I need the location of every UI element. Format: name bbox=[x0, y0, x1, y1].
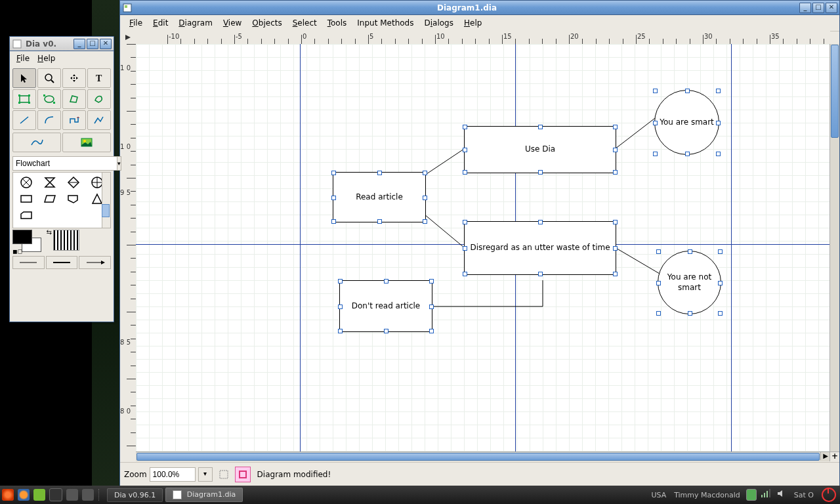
toolbox-maximize-button[interactable]: □ bbox=[87, 39, 98, 49]
menu-help[interactable]: Help bbox=[459, 16, 487, 30]
reset-colors-icon[interactable]: ◼◻ bbox=[12, 248, 22, 255]
close-button[interactable]: ✕ bbox=[826, 3, 837, 13]
menu-select[interactable]: Select bbox=[287, 16, 322, 30]
maximize-button[interactable]: □ bbox=[812, 3, 824, 13]
shape-summing[interactable] bbox=[16, 175, 37, 190]
shape-sort[interactable] bbox=[63, 175, 85, 190]
minimize-button[interactable]: _ bbox=[799, 3, 811, 13]
ruler-horizontal[interactable]: -10-505101520253035 bbox=[136, 31, 830, 45]
tool-line[interactable] bbox=[12, 110, 36, 130]
svg-rect-11 bbox=[28, 94, 30, 96]
battery-icon[interactable] bbox=[746, 489, 757, 501]
toolbox-window: Dia v0. _ □ ✕ File Help T ▾ bbox=[9, 36, 114, 322]
terminal-icon[interactable] bbox=[49, 488, 62, 501]
zoom-label: Zoom bbox=[124, 470, 147, 479]
toolbox-close-button[interactable]: ✕ bbox=[100, 39, 112, 49]
shape-display[interactable] bbox=[63, 192, 85, 206]
power-icon[interactable] bbox=[822, 488, 836, 502]
svg-rect-16 bbox=[53, 102, 55, 104]
tool-ellipse[interactable] bbox=[37, 89, 61, 109]
dia-doc-icon bbox=[173, 490, 182, 499]
taskbar-item-diagram[interactable]: Diagram1.dia bbox=[165, 488, 243, 502]
tool-text[interactable]: T bbox=[87, 68, 111, 88]
start-icon[interactable] bbox=[2, 489, 14, 501]
canvas[interactable]: Read articleUse DiaDisregard as an utter… bbox=[136, 44, 830, 452]
ruler-vertical[interactable]: 1 01 09 58 58 0 bbox=[120, 44, 136, 452]
nav-button[interactable]: + bbox=[830, 452, 839, 461]
app-icon-6[interactable] bbox=[82, 489, 94, 501]
tool-zigzag[interactable] bbox=[62, 110, 86, 130]
volume-icon[interactable] bbox=[776, 489, 788, 501]
tray-keyboard[interactable]: USA bbox=[651, 491, 666, 499]
shape-collate[interactable] bbox=[39, 175, 61, 190]
main-menubar: File Edit Diagram View Objects Select To… bbox=[120, 15, 839, 32]
tool-box[interactable] bbox=[12, 89, 36, 109]
node-disregard[interactable]: Disregard as an utter waste of time bbox=[464, 221, 616, 275]
arrow-end[interactable] bbox=[79, 256, 111, 269]
tool-polyline[interactable] bbox=[87, 110, 111, 130]
toolbox-menubar: File Help bbox=[10, 51, 114, 66]
menu-dialogs[interactable]: Dialogs bbox=[419, 16, 459, 30]
tool-image[interactable] bbox=[62, 133, 111, 152]
menu-file[interactable]: File bbox=[124, 16, 148, 30]
tool-bezier[interactable] bbox=[12, 133, 61, 152]
tray-user[interactable]: Timmy Macdonald bbox=[674, 491, 740, 499]
tool-arc[interactable] bbox=[37, 110, 61, 130]
svg-rect-2 bbox=[220, 471, 228, 478]
app-icon-3[interactable] bbox=[33, 489, 45, 501]
node-usedia[interactable]: Use Dia bbox=[464, 126, 616, 173]
scrollbar-vertical[interactable] bbox=[830, 44, 839, 452]
svg-rect-13 bbox=[28, 102, 30, 104]
app-icon-5[interactable] bbox=[66, 489, 78, 501]
tool-zoom[interactable] bbox=[37, 68, 61, 88]
node-read[interactable]: Read article bbox=[333, 172, 426, 222]
network-icon[interactable] bbox=[761, 489, 772, 501]
tool-pointer[interactable] bbox=[12, 68, 36, 88]
toolbox-title: Dia v0. bbox=[24, 39, 74, 49]
pattern-picker[interactable] bbox=[53, 230, 79, 251]
taskbar-item-toolbox[interactable]: Dia v0.96.1 bbox=[107, 488, 163, 502]
svg-rect-7 bbox=[74, 77, 75, 79]
svg-rect-9 bbox=[20, 96, 29, 102]
arrow-start[interactable] bbox=[12, 256, 45, 269]
object-toggle[interactable] bbox=[235, 467, 251, 482]
svg-rect-15 bbox=[43, 94, 45, 96]
firefox-icon[interactable] bbox=[18, 489, 30, 501]
node-dontread[interactable]: Don't read article bbox=[339, 280, 432, 332]
snap-toggle[interactable] bbox=[217, 467, 231, 482]
node-notsmart[interactable]: You are not smart bbox=[658, 251, 721, 314]
swap-colors-icon[interactable]: ⇆ bbox=[47, 228, 52, 236]
sheet-dropdown[interactable]: ▾ bbox=[117, 156, 121, 171]
sheet-combo[interactable] bbox=[12, 156, 117, 171]
zoom-dropdown[interactable]: ▾ bbox=[198, 467, 213, 482]
toolbox-minimize-button[interactable]: _ bbox=[74, 39, 85, 49]
toolbox-menu-help[interactable]: Help bbox=[33, 52, 59, 64]
main-window: Diagram1.dia _ □ ✕ File Edit Diagram Vie… bbox=[119, 0, 840, 487]
main-titlebar[interactable]: Diagram1.dia _ □ ✕ bbox=[120, 1, 839, 15]
shape-card[interactable] bbox=[16, 208, 37, 222]
scrollbar-horizontal[interactable]: ▶ bbox=[136, 452, 830, 461]
menu-input-methods[interactable]: Input Methods bbox=[352, 16, 419, 30]
tool-pan[interactable] bbox=[62, 68, 86, 88]
tray-clock[interactable]: Sat O bbox=[794, 491, 814, 499]
color-swatches[interactable]: ⇆ ◼◻ bbox=[12, 230, 47, 253]
menu-view[interactable]: View bbox=[218, 16, 247, 30]
main-title: Diagram1.dia bbox=[135, 3, 799, 12]
shape-panel bbox=[12, 172, 111, 228]
line-style[interactable] bbox=[46, 256, 78, 269]
menu-tools[interactable]: Tools bbox=[322, 16, 352, 30]
shape-process[interactable] bbox=[16, 192, 37, 206]
ruler-corner[interactable] bbox=[120, 31, 136, 45]
menu-diagram[interactable]: Diagram bbox=[173, 16, 218, 30]
toolbox-titlebar[interactable]: Dia v0. _ □ ✕ bbox=[10, 37, 114, 51]
menu-edit[interactable]: Edit bbox=[148, 16, 173, 30]
shape-io[interactable] bbox=[39, 192, 61, 206]
shape-scrollbar[interactable] bbox=[102, 173, 110, 228]
menu-objects[interactable]: Objects bbox=[247, 16, 287, 30]
tool-polygon[interactable] bbox=[62, 89, 86, 109]
node-smart[interactable]: You are smart bbox=[654, 90, 719, 155]
toolbox-menu-file[interactable]: File bbox=[12, 52, 33, 64]
tool-beziergon[interactable] bbox=[87, 89, 111, 109]
zoom-input[interactable] bbox=[150, 467, 196, 482]
svg-rect-3 bbox=[240, 471, 246, 478]
